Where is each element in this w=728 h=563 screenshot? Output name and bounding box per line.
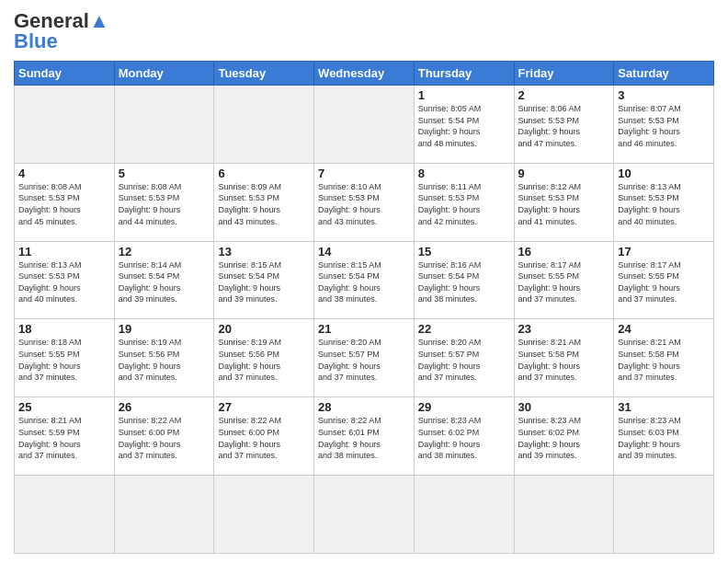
header: General▲ Blue <box>14 9 714 53</box>
day-number: 28 <box>318 400 410 414</box>
calendar-cell: 21Sunrise: 8:20 AM Sunset: 5:57 PM Dayli… <box>314 319 415 397</box>
calendar-row-3: 11Sunrise: 8:13 AM Sunset: 5:53 PM Dayli… <box>15 241 714 319</box>
day-number: 13 <box>218 245 310 259</box>
calendar-cell: 23Sunrise: 8:21 AM Sunset: 5:58 PM Dayli… <box>514 319 614 397</box>
weekday-thursday: Thursday <box>414 62 514 86</box>
day-number: 22 <box>418 322 510 336</box>
weekday-monday: Monday <box>114 62 214 86</box>
calendar-cell <box>15 476 115 554</box>
weekday-header-row: SundayMondayTuesdayWednesdayThursdayFrid… <box>15 62 714 86</box>
calendar-cell <box>514 476 614 554</box>
day-info: Sunrise: 8:21 AM Sunset: 5:59 PM Dayligh… <box>18 415 110 461</box>
day-info: Sunrise: 8:05 AM Sunset: 5:54 PM Dayligh… <box>418 103 510 149</box>
calendar-cell: 5Sunrise: 8:08 AM Sunset: 5:53 PM Daylig… <box>114 163 214 241</box>
day-info: Sunrise: 8:22 AM Sunset: 6:00 PM Dayligh… <box>119 415 210 461</box>
day-info: Sunrise: 8:23 AM Sunset: 6:02 PM Dayligh… <box>418 415 510 461</box>
day-number: 6 <box>218 167 310 180</box>
calendar-cell: 30Sunrise: 8:23 AM Sunset: 6:02 PM Dayli… <box>514 397 614 476</box>
calendar-row-2: 4Sunrise: 8:08 AM Sunset: 5:53 PM Daylig… <box>15 163 714 241</box>
calendar-cell: 22Sunrise: 8:20 AM Sunset: 5:57 PM Dayli… <box>414 319 514 397</box>
day-info: Sunrise: 8:06 AM Sunset: 5:53 PM Dayligh… <box>518 103 610 149</box>
day-info: Sunrise: 8:22 AM Sunset: 6:00 PM Dayligh… <box>218 415 310 461</box>
calendar-cell: 27Sunrise: 8:22 AM Sunset: 6:00 PM Dayli… <box>214 397 314 476</box>
day-number: 31 <box>618 400 710 414</box>
calendar-cell <box>214 476 314 554</box>
calendar-cell: 19Sunrise: 8:19 AM Sunset: 5:56 PM Dayli… <box>114 319 214 397</box>
day-info: Sunrise: 8:18 AM Sunset: 5:55 PM Dayligh… <box>18 337 110 383</box>
calendar-cell: 1Sunrise: 8:05 AM Sunset: 5:54 PM Daylig… <box>414 86 514 164</box>
day-info: Sunrise: 8:13 AM Sunset: 5:53 PM Dayligh… <box>18 259 110 305</box>
day-info: Sunrise: 8:17 AM Sunset: 5:55 PM Dayligh… <box>618 259 710 305</box>
calendar-cell: 16Sunrise: 8:17 AM Sunset: 5:55 PM Dayli… <box>514 241 614 319</box>
day-number: 9 <box>518 167 610 180</box>
calendar-cell: 13Sunrise: 8:15 AM Sunset: 5:54 PM Dayli… <box>214 241 314 319</box>
day-number: 29 <box>418 400 510 414</box>
logo-blue: Blue <box>14 29 58 53</box>
day-number: 25 <box>18 400 110 414</box>
day-number: 12 <box>119 245 210 259</box>
day-number: 27 <box>218 400 310 414</box>
calendar-cell: 7Sunrise: 8:10 AM Sunset: 5:53 PM Daylig… <box>314 163 415 241</box>
calendar-cell: 11Sunrise: 8:13 AM Sunset: 5:53 PM Dayli… <box>15 241 115 319</box>
weekday-saturday: Saturday <box>614 62 714 86</box>
weekday-sunday: Sunday <box>15 62 115 86</box>
weekday-wednesday: Wednesday <box>314 62 415 86</box>
calendar-cell <box>414 476 514 554</box>
day-number: 5 <box>119 167 210 180</box>
calendar-cell: 10Sunrise: 8:13 AM Sunset: 5:53 PM Dayli… <box>614 163 714 241</box>
day-number: 4 <box>18 167 110 180</box>
day-number: 16 <box>518 245 610 259</box>
calendar-cell <box>15 86 115 164</box>
calendar-cell: 14Sunrise: 8:15 AM Sunset: 5:54 PM Dayli… <box>314 241 415 319</box>
day-number: 14 <box>318 245 410 259</box>
day-number: 21 <box>318 322 410 336</box>
day-info: Sunrise: 8:15 AM Sunset: 5:54 PM Dayligh… <box>218 259 310 305</box>
weekday-friday: Friday <box>514 62 614 86</box>
calendar-table: SundayMondayTuesdayWednesdayThursdayFrid… <box>14 61 714 554</box>
day-info: Sunrise: 8:09 AM Sunset: 5:53 PM Dayligh… <box>218 181 310 227</box>
calendar-cell <box>214 86 314 164</box>
calendar-cell: 20Sunrise: 8:19 AM Sunset: 5:56 PM Dayli… <box>214 319 314 397</box>
calendar-cell: 8Sunrise: 8:11 AM Sunset: 5:53 PM Daylig… <box>414 163 514 241</box>
calendar-cell: 29Sunrise: 8:23 AM Sunset: 6:02 PM Dayli… <box>414 397 514 476</box>
day-info: Sunrise: 8:11 AM Sunset: 5:53 PM Dayligh… <box>418 181 510 227</box>
calendar-cell: 9Sunrise: 8:12 AM Sunset: 5:53 PM Daylig… <box>514 163 614 241</box>
day-number: 10 <box>618 167 710 180</box>
calendar-cell <box>314 476 415 554</box>
calendar-cell: 18Sunrise: 8:18 AM Sunset: 5:55 PM Dayli… <box>15 319 115 397</box>
day-number: 2 <box>518 88 610 102</box>
day-info: Sunrise: 8:14 AM Sunset: 5:54 PM Dayligh… <box>119 259 210 305</box>
day-info: Sunrise: 8:13 AM Sunset: 5:53 PM Dayligh… <box>618 181 710 227</box>
day-number: 15 <box>418 245 510 259</box>
calendar-row-4: 18Sunrise: 8:18 AM Sunset: 5:55 PM Dayli… <box>15 319 714 397</box>
day-number: 24 <box>618 322 710 336</box>
day-number: 18 <box>18 322 110 336</box>
calendar-row-5: 25Sunrise: 8:21 AM Sunset: 5:59 PM Dayli… <box>15 397 714 476</box>
day-number: 26 <box>119 400 210 414</box>
weekday-tuesday: Tuesday <box>214 62 314 86</box>
logo: General▲ Blue <box>14 9 109 53</box>
day-info: Sunrise: 8:19 AM Sunset: 5:56 PM Dayligh… <box>119 337 210 383</box>
calendar-cell: 28Sunrise: 8:22 AM Sunset: 6:01 PM Dayli… <box>314 397 415 476</box>
day-info: Sunrise: 8:17 AM Sunset: 5:55 PM Dayligh… <box>518 259 610 305</box>
day-info: Sunrise: 8:23 AM Sunset: 6:02 PM Dayligh… <box>518 415 610 461</box>
day-info: Sunrise: 8:21 AM Sunset: 5:58 PM Dayligh… <box>618 337 710 383</box>
calendar-cell: 4Sunrise: 8:08 AM Sunset: 5:53 PM Daylig… <box>15 163 115 241</box>
day-info: Sunrise: 8:07 AM Sunset: 5:53 PM Dayligh… <box>618 103 710 149</box>
calendar-cell: 12Sunrise: 8:14 AM Sunset: 5:54 PM Dayli… <box>114 241 214 319</box>
calendar-row-1: 1Sunrise: 8:05 AM Sunset: 5:54 PM Daylig… <box>15 86 714 164</box>
day-info: Sunrise: 8:08 AM Sunset: 5:53 PM Dayligh… <box>119 181 210 227</box>
calendar-cell <box>114 476 214 554</box>
calendar-cell: 24Sunrise: 8:21 AM Sunset: 5:58 PM Dayli… <box>614 319 714 397</box>
calendar-cell: 6Sunrise: 8:09 AM Sunset: 5:53 PM Daylig… <box>214 163 314 241</box>
calendar-cell <box>614 476 714 554</box>
calendar-cell: 17Sunrise: 8:17 AM Sunset: 5:55 PM Dayli… <box>614 241 714 319</box>
day-info: Sunrise: 8:23 AM Sunset: 6:03 PM Dayligh… <box>618 415 710 461</box>
day-number: 7 <box>318 167 410 180</box>
calendar-cell <box>114 86 214 164</box>
day-info: Sunrise: 8:21 AM Sunset: 5:58 PM Dayligh… <box>518 337 610 383</box>
calendar-cell: 2Sunrise: 8:06 AM Sunset: 5:53 PM Daylig… <box>514 86 614 164</box>
calendar-cell: 31Sunrise: 8:23 AM Sunset: 6:03 PM Dayli… <box>614 397 714 476</box>
day-info: Sunrise: 8:16 AM Sunset: 5:54 PM Dayligh… <box>418 259 510 305</box>
day-info: Sunrise: 8:22 AM Sunset: 6:01 PM Dayligh… <box>318 415 410 461</box>
